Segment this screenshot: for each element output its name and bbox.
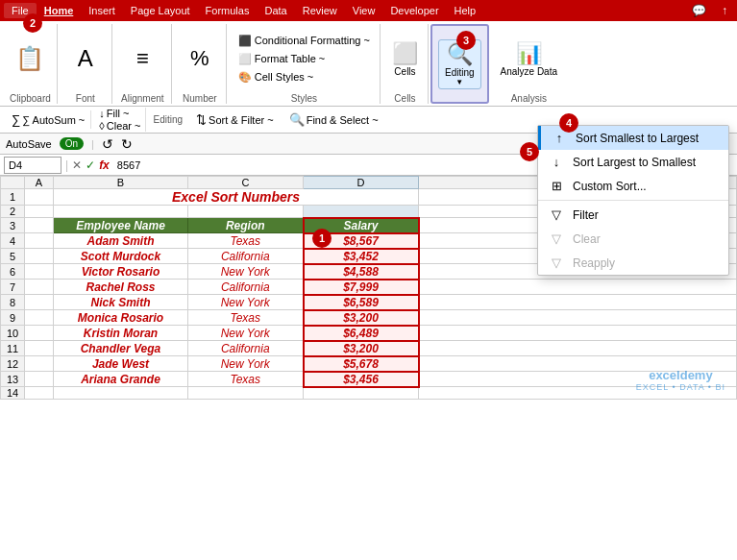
cell-b13[interactable]: Ariana Grande bbox=[54, 372, 188, 387]
clear-button[interactable]: ◊ Clear ~ bbox=[99, 120, 140, 132]
sort-smallest-label: Sort Smallest to Largest bbox=[576, 132, 699, 145]
cell-d10[interactable]: $6,489 bbox=[304, 326, 419, 341]
cell-b12[interactable]: Jade West bbox=[54, 356, 188, 372]
col-a-header[interactable]: A bbox=[25, 177, 54, 189]
menu-home[interactable]: Home bbox=[37, 3, 82, 18]
cell-c7[interactable]: California bbox=[188, 280, 304, 295]
fill-button[interactable]: ↓ Fill ~ bbox=[99, 108, 140, 119]
cell-b10[interactable]: Kristin Moran bbox=[54, 326, 188, 341]
find-select-button[interactable]: 🔍 Find & Select ~ bbox=[283, 110, 384, 129]
row-10: 10 Kristin Moran New York $6,489 bbox=[1, 326, 737, 341]
sort-smallest-icon: ↑ bbox=[551, 131, 568, 145]
menu-data[interactable]: Data bbox=[257, 3, 294, 18]
menu-help[interactable]: Help bbox=[447, 3, 484, 18]
cell-c3[interactable]: Region bbox=[188, 218, 304, 233]
font-button[interactable]: A bbox=[74, 43, 97, 74]
cell-c11[interactable]: California bbox=[188, 341, 304, 356]
cell-b2[interactable] bbox=[54, 206, 188, 218]
sigma-icon: ∑ bbox=[12, 112, 20, 127]
cells-button[interactable]: ⬜ Cells bbox=[388, 39, 422, 79]
cell-d11[interactable]: $3,200 bbox=[304, 341, 419, 356]
analyze-button[interactable]: 📊 Analyze Data bbox=[497, 39, 561, 79]
menu-view[interactable]: View bbox=[345, 3, 383, 18]
cell-d6[interactable]: $4,588 bbox=[304, 264, 419, 280]
cell-b4[interactable]: Adam Smith bbox=[54, 233, 188, 249]
cell-a2[interactable] bbox=[25, 206, 54, 218]
share-icon[interactable]: ↑ bbox=[716, 4, 733, 17]
cell-b3[interactable]: Employee Name bbox=[54, 218, 188, 233]
name-box[interactable] bbox=[4, 157, 61, 174]
cell-c4[interactable]: Texas bbox=[188, 233, 304, 249]
number-button[interactable]: % bbox=[186, 44, 213, 73]
function-button[interactable]: fx bbox=[99, 158, 110, 172]
menu-page-layout[interactable]: Page Layout bbox=[123, 3, 198, 18]
clear-icon: ◊ bbox=[99, 120, 104, 132]
clipboard-icon: 📋 bbox=[15, 45, 44, 72]
autosum-button[interactable]: ∑ AutoSum ~ bbox=[22, 114, 85, 126]
menu-developer[interactable]: Developer bbox=[382, 3, 446, 18]
cell-b5[interactable]: Scott Murdock bbox=[54, 249, 188, 264]
cell-d12[interactable]: $5,678 bbox=[304, 356, 419, 372]
alignment-button[interactable]: ≡ bbox=[133, 44, 153, 73]
cell-c5[interactable]: California bbox=[188, 249, 304, 264]
fill-clear-section: ↓ Fill ~ ◊ Clear ~ bbox=[95, 108, 145, 132]
autosave-toggle[interactable]: On bbox=[60, 137, 84, 150]
cell-c2[interactable] bbox=[188, 206, 304, 218]
col-b-header[interactable]: B bbox=[54, 177, 188, 189]
menu-formulas[interactable]: Formulas bbox=[198, 3, 258, 18]
styles-content: ⬛ Conditional Formatting ~ ⬜ Format Tabl… bbox=[234, 24, 374, 93]
cell-a1[interactable] bbox=[25, 189, 54, 206]
alignment-content: ≡ bbox=[133, 24, 153, 93]
cell-c13[interactable]: Texas bbox=[188, 372, 304, 387]
cell-d8[interactable]: $6,589 bbox=[304, 295, 419, 310]
sort-filter-button[interactable]: ⇅ Sort & Filter ~ bbox=[190, 110, 280, 129]
cell-styles-button[interactable]: 🎨 Cell Styles ~ bbox=[234, 69, 374, 85]
font-label: Font bbox=[76, 93, 95, 104]
font-icon: A bbox=[78, 45, 93, 72]
filter-label: Filter bbox=[573, 208, 599, 222]
cell-a3[interactable] bbox=[25, 218, 54, 233]
fill-icon: ↓ bbox=[99, 108, 105, 119]
cell-b11[interactable]: Chandler Vega bbox=[54, 341, 188, 356]
cell-d2[interactable] bbox=[304, 206, 419, 218]
cell-title[interactable]: Excel Sort Numbers bbox=[54, 189, 419, 206]
redo-button[interactable]: ↻ bbox=[121, 136, 133, 152]
cell-c8[interactable]: New York bbox=[188, 295, 304, 310]
conditional-formatting-button[interactable]: ⬛ Conditional Formatting ~ bbox=[234, 33, 374, 49]
callout-1: 1 bbox=[312, 229, 332, 248]
undo-button[interactable]: ↺ bbox=[102, 136, 113, 152]
cell-b8[interactable]: Nick Smith bbox=[54, 295, 188, 310]
comment-icon[interactable]: 💬 bbox=[686, 4, 712, 17]
custom-sort-icon: ⊞ bbox=[548, 179, 565, 193]
cell-c10[interactable]: New York bbox=[188, 326, 304, 341]
clipboard-button[interactable]: 📋 bbox=[12, 43, 48, 74]
sort-largest-item[interactable]: ↓ Sort Largest to Smallest bbox=[538, 150, 728, 174]
col-d-header[interactable]: D bbox=[304, 177, 419, 189]
reapply-item: ▽ Reapply bbox=[538, 251, 728, 275]
cell-c9[interactable]: Texas bbox=[188, 310, 304, 326]
filter-item[interactable]: ▽ Filter bbox=[538, 203, 728, 227]
cell-b7[interactable]: Rachel Ross bbox=[54, 280, 188, 295]
col-c-header[interactable]: C bbox=[188, 177, 304, 189]
cell-d9[interactable]: $3,200 bbox=[304, 310, 419, 326]
find-icon: 🔍 bbox=[289, 112, 305, 127]
cancel-formula-button[interactable]: ✕ bbox=[72, 158, 82, 172]
autosum-section: ∑ ∑ AutoSum ~ bbox=[6, 110, 91, 129]
cell-d7[interactable]: $7,999 bbox=[304, 280, 419, 295]
menu-review[interactable]: Review bbox=[295, 3, 345, 18]
callout-3: 3 bbox=[456, 31, 476, 50]
cell-c6[interactable]: New York bbox=[188, 264, 304, 280]
row-11: 11 Chandler Vega California $3,200 bbox=[1, 341, 737, 356]
cell-c12[interactable]: New York bbox=[188, 356, 304, 372]
cell-d5[interactable]: $3,452 bbox=[304, 249, 419, 264]
cell-b6[interactable]: Victor Rosario bbox=[54, 264, 188, 280]
custom-sort-item[interactable]: ⊞ Custom Sort... bbox=[538, 174, 728, 198]
cell-d13[interactable]: $3,456 bbox=[304, 372, 419, 387]
confirm-formula-button[interactable]: ✓ bbox=[86, 158, 95, 172]
sort-largest-icon: ↓ bbox=[548, 155, 565, 169]
cell-b9[interactable]: Monica Rosario bbox=[54, 310, 188, 326]
number-label: Number bbox=[183, 93, 217, 104]
menu-insert[interactable]: Insert bbox=[81, 3, 123, 18]
number-group: % Number bbox=[174, 24, 227, 104]
format-table-button[interactable]: ⬜ Format Table ~ bbox=[234, 51, 374, 67]
